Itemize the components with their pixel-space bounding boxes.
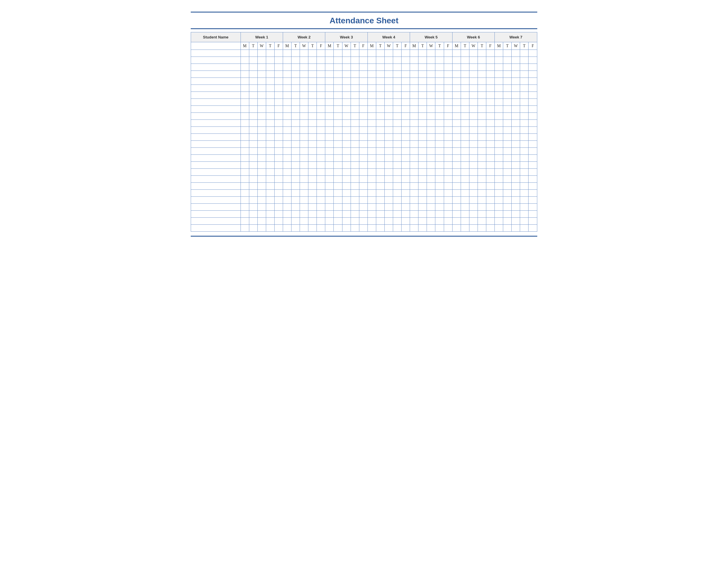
attendance-cell[interactable]	[384, 155, 393, 162]
attendance-cell[interactable]	[384, 64, 393, 71]
student-name-cell[interactable]	[191, 155, 241, 162]
attendance-cell[interactable]	[266, 176, 274, 183]
attendance-cell[interactable]	[452, 106, 461, 113]
attendance-cell[interactable]	[359, 92, 367, 99]
attendance-cell[interactable]	[367, 225, 376, 232]
attendance-cell[interactable]	[469, 78, 478, 85]
attendance-cell[interactable]	[257, 50, 266, 57]
attendance-cell[interactable]	[334, 204, 342, 211]
attendance-cell[interactable]	[461, 120, 469, 127]
attendance-cell[interactable]	[274, 211, 283, 218]
attendance-cell[interactable]	[257, 57, 266, 64]
attendance-cell[interactable]	[461, 183, 469, 190]
attendance-cell[interactable]	[367, 50, 376, 57]
attendance-cell[interactable]	[461, 190, 469, 197]
attendance-cell[interactable]	[435, 148, 444, 155]
attendance-cell[interactable]	[283, 113, 291, 120]
attendance-cell[interactable]	[300, 197, 308, 204]
attendance-cell[interactable]	[342, 211, 351, 218]
attendance-cell[interactable]	[520, 141, 529, 148]
attendance-cell[interactable]	[359, 57, 367, 64]
attendance-cell[interactable]	[469, 92, 478, 99]
attendance-cell[interactable]	[520, 113, 529, 120]
attendance-cell[interactable]	[410, 190, 418, 197]
attendance-cell[interactable]	[478, 85, 486, 92]
attendance-cell[interactable]	[418, 64, 427, 71]
attendance-cell[interactable]	[283, 204, 291, 211]
attendance-cell[interactable]	[512, 190, 520, 197]
attendance-cell[interactable]	[308, 225, 317, 232]
attendance-cell[interactable]	[393, 71, 402, 78]
attendance-cell[interactable]	[266, 92, 274, 99]
attendance-cell[interactable]	[529, 211, 537, 218]
attendance-cell[interactable]	[512, 183, 520, 190]
attendance-cell[interactable]	[334, 218, 342, 225]
attendance-cell[interactable]	[308, 176, 317, 183]
attendance-cell[interactable]	[351, 85, 359, 92]
attendance-cell[interactable]	[266, 57, 274, 64]
attendance-cell[interactable]	[452, 204, 461, 211]
attendance-cell[interactable]	[257, 155, 266, 162]
attendance-cell[interactable]	[478, 155, 486, 162]
attendance-cell[interactable]	[274, 99, 283, 106]
attendance-cell[interactable]	[512, 197, 520, 204]
attendance-cell[interactable]	[257, 225, 266, 232]
attendance-cell[interactable]	[495, 155, 503, 162]
attendance-cell[interactable]	[334, 71, 342, 78]
attendance-cell[interactable]	[342, 127, 351, 134]
attendance-cell[interactable]	[410, 99, 418, 106]
attendance-cell[interactable]	[257, 183, 266, 190]
attendance-cell[interactable]	[359, 225, 367, 232]
attendance-cell[interactable]	[418, 190, 427, 197]
attendance-cell[interactable]	[376, 57, 384, 64]
attendance-cell[interactable]	[317, 190, 325, 197]
attendance-cell[interactable]	[503, 183, 512, 190]
attendance-cell[interactable]	[359, 85, 367, 92]
attendance-cell[interactable]	[283, 155, 291, 162]
attendance-cell[interactable]	[317, 162, 325, 169]
attendance-cell[interactable]	[469, 64, 478, 71]
attendance-cell[interactable]	[478, 57, 486, 64]
attendance-cell[interactable]	[529, 141, 537, 148]
attendance-cell[interactable]	[257, 169, 266, 176]
attendance-cell[interactable]	[402, 183, 410, 190]
student-name-cell[interactable]	[191, 78, 241, 85]
attendance-cell[interactable]	[359, 162, 367, 169]
attendance-cell[interactable]	[427, 197, 435, 204]
attendance-cell[interactable]	[300, 92, 308, 99]
attendance-cell[interactable]	[410, 92, 418, 99]
attendance-cell[interactable]	[427, 176, 435, 183]
attendance-cell[interactable]	[469, 113, 478, 120]
attendance-cell[interactable]	[520, 176, 529, 183]
attendance-cell[interactable]	[291, 197, 300, 204]
student-name-cell[interactable]	[191, 57, 241, 64]
attendance-cell[interactable]	[478, 148, 486, 155]
attendance-cell[interactable]	[461, 204, 469, 211]
attendance-cell[interactable]	[376, 183, 384, 190]
attendance-cell[interactable]	[478, 162, 486, 169]
attendance-cell[interactable]	[461, 127, 469, 134]
attendance-cell[interactable]	[393, 113, 402, 120]
attendance-cell[interactable]	[418, 176, 427, 183]
attendance-cell[interactable]	[402, 176, 410, 183]
attendance-cell[interactable]	[300, 155, 308, 162]
attendance-cell[interactable]	[241, 197, 249, 204]
attendance-cell[interactable]	[325, 99, 334, 106]
attendance-cell[interactable]	[241, 162, 249, 169]
attendance-cell[interactable]	[452, 162, 461, 169]
attendance-cell[interactable]	[376, 141, 384, 148]
student-name-cell[interactable]	[191, 92, 241, 99]
attendance-cell[interactable]	[283, 99, 291, 106]
attendance-cell[interactable]	[444, 106, 452, 113]
attendance-cell[interactable]	[367, 127, 376, 134]
attendance-cell[interactable]	[342, 113, 351, 120]
attendance-cell[interactable]	[359, 169, 367, 176]
attendance-cell[interactable]	[503, 197, 512, 204]
attendance-cell[interactable]	[257, 190, 266, 197]
attendance-cell[interactable]	[334, 92, 342, 99]
attendance-cell[interactable]	[418, 169, 427, 176]
attendance-cell[interactable]	[512, 120, 520, 127]
attendance-cell[interactable]	[308, 218, 317, 225]
attendance-cell[interactable]	[503, 148, 512, 155]
attendance-cell[interactable]	[452, 78, 461, 85]
